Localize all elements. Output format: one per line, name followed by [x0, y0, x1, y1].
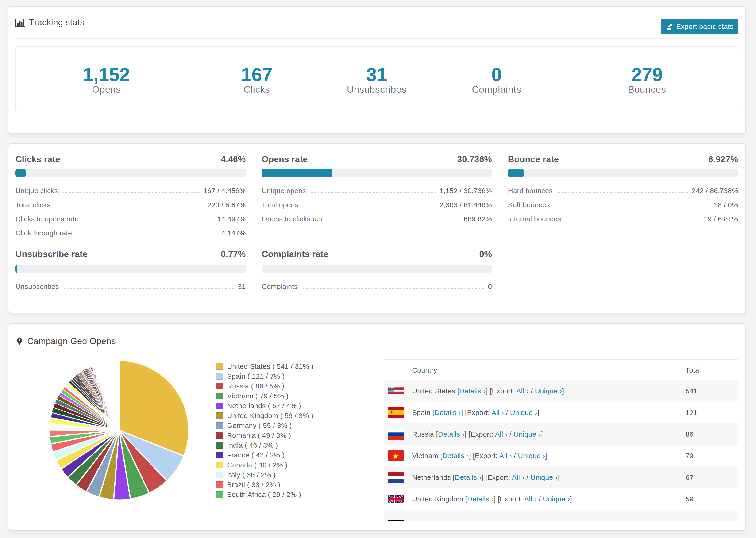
rate-value: 0.77%: [221, 249, 245, 259]
legend-swatch: [216, 432, 223, 439]
geo-table-clip: Country Total United States [Details ›] …: [384, 359, 738, 521]
dotted-leader: [303, 207, 436, 207]
details-link[interactable]: Details ›: [435, 409, 461, 416]
geo-table-row-gb: United Kingdom [Details ›] [Export: All …: [384, 488, 738, 510]
rate-progress-bar: [508, 169, 738, 177]
tracking-stats-title: Tracking stats: [29, 18, 84, 27]
rate-title: Complaints rate: [262, 249, 328, 259]
geo-table-row-us: United States [Details ›] [Export: All ›…: [384, 380, 738, 402]
export-unique-link[interactable]: Unique ›: [514, 430, 541, 438]
rate-rows: Unique opens1,152 / 30.736%Total opens2,…: [262, 187, 492, 229]
rate-row-value: 19 / 6.81%: [704, 215, 738, 223]
tracking-stats-card: Tracking stats Export basic stats 1,152O…: [8, 6, 746, 134]
rate-title: Clicks rate: [16, 155, 60, 164]
rate-row-value: 14.497%: [217, 215, 246, 223]
dotted-leader: [63, 192, 200, 193]
export-all-link[interactable]: All ›: [512, 473, 524, 481]
rate-row-label: Unique opens: [262, 187, 306, 195]
total-cell: 121: [681, 402, 738, 423]
legend-item-spain: Spain ( 121 / 7% ): [216, 371, 313, 381]
geo-chart-area: United States ( 541 / 31% )Spain ( 121 /…: [16, 351, 369, 521]
rate-row-label: Total clicks: [16, 201, 50, 209]
legend-label: Russia ( 86 / 5% ): [227, 382, 284, 390]
legend-item-netherlands: Netherlands ( 67 / 4% ): [216, 401, 313, 411]
country-name: Spain: [412, 409, 430, 416]
rate-row-label: Click through rate: [16, 229, 72, 237]
stat-value: 0: [491, 65, 502, 84]
legend-item-france: France ( 42 / 2% ): [216, 450, 313, 460]
rate-row-label: Total opens: [262, 201, 298, 209]
geo-table-row-vn: Vietnam [Details ›] [Export: All › / Uni…: [384, 445, 738, 467]
dotted-leader: [558, 192, 688, 193]
legend-swatch: [216, 383, 223, 389]
legend-label: Spain ( 121 / 7% ): [227, 372, 285, 380]
details-link[interactable]: Details ›: [459, 387, 486, 395]
country-cell: Vietnam [Details ›] [Export: All › / Uni…: [409, 445, 681, 467]
country-cell: Spain [Details ›] [Export: All › / Uniqu…: [409, 402, 681, 423]
export-unique-link[interactable]: Unique ›: [535, 387, 562, 395]
details-link[interactable]: Details ›: [455, 473, 481, 481]
export-unique-link[interactable]: Unique ›: [521, 521, 549, 521]
legend-item-italy: Italy ( 36 / 2% ): [216, 470, 313, 480]
rate-progress-bar: [16, 265, 246, 273]
dotted-leader: [56, 207, 204, 207]
legend-label: South Africa ( 29 / 2% ): [227, 491, 301, 499]
rate-row: Total opens2,303 / 61.446%: [262, 201, 492, 215]
dotted-leader: [555, 207, 710, 207]
flag-column-header: [384, 360, 409, 380]
flag-ru-icon: [388, 429, 409, 440]
legend-swatch: [216, 462, 223, 468]
legend-swatch: [216, 422, 223, 429]
export-unique-link[interactable]: Unique ›: [530, 473, 558, 481]
legend-item-germany: Germany ( 55 / 3% ): [216, 421, 313, 430]
stat-value: 167: [241, 65, 272, 84]
dotted-leader: [330, 221, 460, 221]
rate-row: Unique clicks167 / 4.456%: [16, 187, 246, 201]
export-all-link[interactable]: All ›: [524, 495, 537, 503]
flag-cell: [384, 488, 409, 510]
rate-value: 4.46%: [221, 155, 245, 164]
map-pin-icon: [16, 336, 24, 347]
rate-row: Opens to clicks rate689.82%: [262, 215, 492, 229]
stat-clicks: 167Clicks: [197, 47, 316, 112]
rate-title: Unsubscribe rate: [16, 249, 87, 259]
rate-row-value: 220 / 5.87%: [207, 201, 245, 209]
country-cell: Russia [Details ›] [Export: All › / Uniq…: [409, 423, 681, 445]
geo-pie-legend: United States ( 541 / 31% )Spain ( 121 /…: [216, 361, 313, 500]
rate-rows: Hard bounces242 / 86.738%Soft bounces18 …: [508, 187, 738, 229]
stat-unsubscribes: 31Unsubscribes: [316, 47, 437, 112]
flag-es-icon: [388, 407, 409, 418]
export-icon: [666, 23, 673, 30]
legend-swatch: [216, 481, 223, 488]
stat-label: Clicks: [243, 85, 270, 94]
legend-label: Italy ( 36 / 2% ): [227, 471, 276, 479]
legend-label: Netherlands ( 67 / 4% ): [227, 402, 301, 410]
rate-row-label: Internal bounces: [508, 215, 561, 223]
country-name: United Kingdom: [412, 495, 463, 503]
flag-gb-icon: [388, 495, 409, 503]
stat-label: Unsubscribes: [347, 85, 406, 94]
details-link[interactable]: Details ›: [442, 452, 469, 459]
export-all-link[interactable]: All ›: [516, 387, 529, 395]
export-unique-link[interactable]: Unique ›: [543, 495, 570, 503]
details-link[interactable]: Details ›: [446, 521, 472, 521]
details-link[interactable]: Details ›: [438, 430, 465, 438]
export-basic-stats-button[interactable]: Export basic stats: [661, 19, 738, 34]
rate-value: 0%: [479, 249, 492, 259]
geo-table-row-es: Spain [Details ›] [Export: All › / Uniqu…: [384, 402, 738, 423]
rate-progress-bar: [16, 169, 246, 177]
details-link[interactable]: Details ›: [467, 495, 494, 503]
tracking-stats-header: Tracking stats Export basic stats: [9, 7, 745, 38]
export-all-link[interactable]: All ›: [503, 521, 515, 521]
legend-label: Brazil ( 33 / 2% ): [227, 481, 280, 489]
rate-head: Bounce rate6.927%: [508, 155, 738, 164]
legend-label: Vietnam ( 79 / 5% ): [227, 392, 289, 400]
rate-progress-fill: [16, 169, 26, 177]
export-unique-link[interactable]: Unique ›: [510, 409, 537, 416]
export-all-link[interactable]: All ›: [491, 409, 504, 416]
export-unique-link[interactable]: Unique ›: [518, 452, 545, 459]
export-all-link[interactable]: All ›: [499, 452, 512, 459]
total-cell: 86: [681, 423, 738, 445]
flag-de-icon: [388, 520, 409, 521]
export-all-link[interactable]: All ›: [495, 430, 508, 438]
